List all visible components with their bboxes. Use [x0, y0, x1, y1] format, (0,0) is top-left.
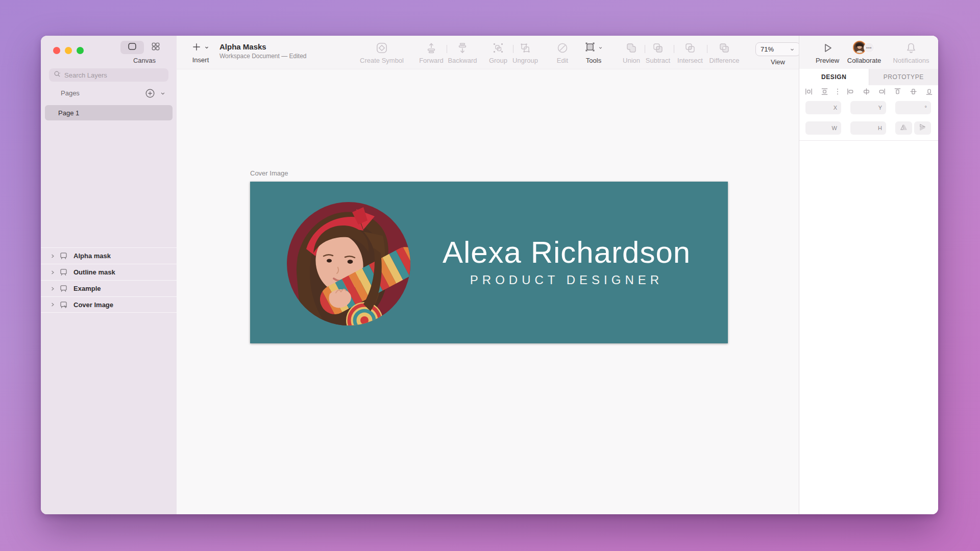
edit-pen-icon — [556, 40, 569, 56]
position-fields: X Y ° — [805, 101, 933, 114]
view-label: View — [771, 58, 785, 66]
layer-row-outline-mask[interactable]: Outline mask — [41, 264, 177, 280]
inspector-divider — [799, 140, 938, 141]
portrait-photo — [287, 202, 410, 325]
y-field-label: Y — [878, 105, 882, 111]
flip-horizontal-button[interactable] — [895, 121, 912, 135]
align-center-horizontal-icon[interactable] — [862, 87, 871, 96]
subtract-icon — [652, 40, 664, 56]
height-input[interactable] — [854, 124, 878, 132]
disclosure-right-icon[interactable] — [50, 302, 56, 308]
layer-row-cover-image[interactable]: Cover Image — [41, 296, 177, 313]
document-title: Alpha Masks — [219, 42, 307, 51]
zoom-level-value: 71% — [761, 45, 774, 53]
tab-design[interactable]: DESIGN — [799, 69, 869, 85]
layer-name: Example — [74, 285, 101, 292]
inspector-panel: Preview ••• Collaborate Notifications — [799, 36, 938, 514]
ungroup-icon — [519, 40, 531, 56]
collapse-pages-icon[interactable] — [159, 90, 166, 99]
disclosure-right-icon[interactable] — [50, 269, 56, 276]
window-controls — [53, 47, 84, 54]
close-window-button[interactable] — [53, 47, 60, 54]
distribute-vertical-icon[interactable] — [820, 87, 829, 96]
size-fields: W H — [805, 121, 933, 135]
canvas-frame-icon — [127, 41, 138, 54]
pages-header-label: Pages — [61, 89, 80, 97]
cover-image-artboard[interactable]: Alexa Richardson PRODUCT DESIGNER — [250, 182, 728, 343]
search-layers-field[interactable] — [49, 68, 168, 82]
zoom-level-dropdown[interactable]: 71% — [755, 42, 800, 56]
chevron-down-icon — [204, 43, 210, 53]
layer-name: Cover Image — [74, 301, 113, 309]
disclosure-right-icon[interactable] — [50, 253, 56, 259]
main-toolbar: Insert Alpha Masks Workspace Document — … — [177, 36, 799, 69]
layer-list-sidebar: Canvas Pages Page 1 Alpha mask — [41, 36, 177, 514]
plus-icon — [191, 42, 202, 54]
distribute-horizontal-icon[interactable] — [804, 87, 813, 96]
search-icon — [53, 70, 62, 81]
cover-role-text[interactable]: PRODUCT DESIGNER — [413, 273, 720, 287]
layer-name: Outline mask — [74, 268, 115, 276]
notifications-button[interactable]: Notifications — [887, 40, 936, 64]
canvas-view-button[interactable] — [120, 41, 144, 54]
zoom-window-button[interactable] — [77, 47, 84, 54]
layer-list: Alpha mask Outline mask Example Cover Im… — [41, 247, 177, 313]
disclosure-right-icon[interactable] — [50, 286, 56, 292]
canvas-area[interactable]: Cover Image — [177, 69, 799, 514]
x-position-input[interactable] — [810, 104, 834, 111]
minimize-window-button[interactable] — [65, 47, 72, 54]
flip-vertical-button[interactable] — [914, 121, 931, 135]
artboard-icon — [59, 251, 68, 261]
move-forward-icon — [425, 40, 437, 56]
play-icon — [821, 40, 834, 56]
view-toggle — [120, 41, 162, 54]
height-field-label: H — [878, 125, 882, 131]
chevron-down-icon — [598, 43, 603, 53]
align-left-icon[interactable] — [846, 87, 855, 96]
components-view-button[interactable] — [149, 41, 162, 54]
artboard-title[interactable]: Cover Image — [250, 169, 288, 177]
document-subtitle: Workspace Document — Edited — [219, 53, 307, 60]
create-symbol-button[interactable]: Create Symbol — [357, 40, 406, 64]
flip-vertical-icon — [918, 123, 927, 134]
alignment-toolbar — [804, 87, 934, 96]
difference-button[interactable]: Difference — [700, 40, 749, 64]
width-input[interactable] — [810, 124, 832, 132]
y-position-input[interactable] — [854, 104, 878, 111]
document-title-block: Alpha Masks Workspace Document — Edited — [219, 42, 307, 60]
flip-horizontal-icon — [899, 123, 908, 134]
width-field-label: W — [832, 125, 837, 131]
difference-icon — [718, 40, 730, 56]
cover-name-text[interactable]: Alexa Richardson — [413, 235, 720, 270]
x-field-label: X — [834, 105, 837, 111]
layer-row-alpha-mask[interactable]: Alpha mask — [41, 247, 177, 264]
page-list-item[interactable]: Page 1 — [45, 105, 173, 120]
layer-row-example[interactable]: Example — [41, 280, 177, 296]
alignment-divider-dots — [836, 87, 839, 96]
add-page-icon[interactable] — [144, 88, 156, 101]
y-position-field[interactable]: Y — [850, 101, 886, 114]
tools-transform-icon — [584, 41, 596, 55]
more-dots-icon: ••• — [864, 42, 874, 53]
inspector-toolbar: Preview ••• Collaborate Notifications — [799, 36, 938, 69]
search-layers-input[interactable] — [64, 71, 151, 79]
align-top-icon[interactable] — [893, 87, 902, 96]
align-bottom-icon[interactable] — [925, 87, 934, 96]
collaborate-button[interactable]: ••• Collaborate — [840, 40, 889, 64]
bell-icon — [905, 40, 917, 56]
components-grid-icon — [151, 41, 161, 54]
x-position-field[interactable]: X — [805, 101, 841, 114]
insert-button[interactable]: Insert — [186, 40, 215, 64]
artboard-icon — [59, 267, 68, 277]
width-field[interactable]: W — [805, 121, 841, 135]
tab-prototype[interactable]: PROTOTYPE — [869, 69, 939, 85]
align-middle-icon[interactable] — [909, 87, 918, 96]
flip-buttons — [895, 121, 931, 135]
rotation-field[interactable]: ° — [895, 101, 931, 114]
layer-name: Alpha mask — [74, 252, 111, 260]
rotation-input[interactable] — [899, 104, 925, 111]
height-field[interactable]: H — [850, 121, 886, 135]
align-right-icon[interactable] — [877, 87, 886, 96]
rotation-field-label: ° — [925, 105, 927, 111]
artboard-icon — [59, 284, 68, 293]
